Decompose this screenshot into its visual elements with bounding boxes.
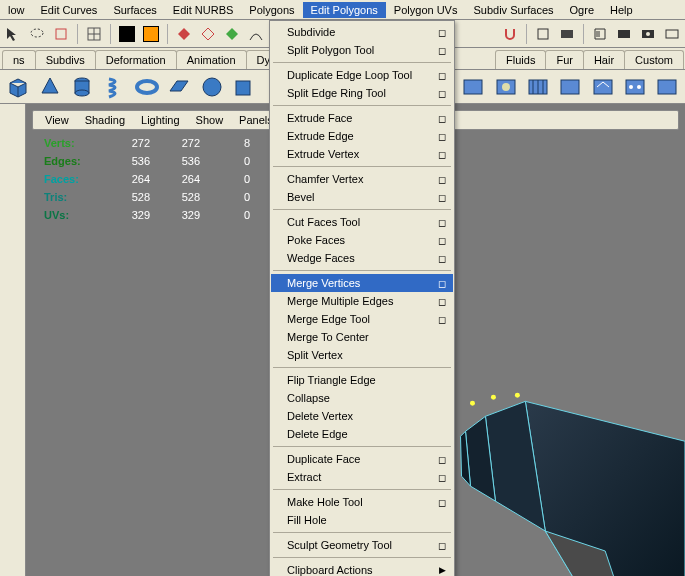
shelf-cylinder-icon[interactable] bbox=[67, 72, 98, 102]
tool-lasso-icon[interactable] bbox=[26, 23, 48, 45]
tab-hair[interactable]: Hair bbox=[583, 50, 625, 69]
shelf-cube2-icon[interactable] bbox=[228, 72, 259, 102]
menu-item-make-hole-tool[interactable]: Make Hole Tool◻ bbox=[271, 493, 453, 511]
menu-item-extrude-edge[interactable]: Extrude Edge◻ bbox=[271, 127, 453, 145]
menu-item-merge-to-center[interactable]: Merge To Center bbox=[271, 328, 453, 346]
tool-curve-icon[interactable] bbox=[245, 23, 267, 45]
option-box-icon[interactable]: ◻ bbox=[435, 113, 449, 124]
shelf-plane-icon[interactable] bbox=[164, 72, 195, 102]
menu-polygon-uvs[interactable]: Polygon UVs bbox=[386, 2, 466, 18]
menu-help[interactable]: Help bbox=[602, 2, 641, 18]
tab-custom[interactable]: Custom bbox=[624, 50, 684, 69]
option-box-icon[interactable]: ◻ bbox=[435, 45, 449, 56]
tool-select-icon[interactable] bbox=[2, 23, 24, 45]
menu-item-extrude-vertex[interactable]: Extrude Vertex◻ bbox=[271, 145, 453, 163]
option-box-icon[interactable]: ◻ bbox=[435, 27, 449, 38]
shelf-cube-icon[interactable] bbox=[2, 72, 33, 102]
tab-subdivs[interactable]: Subdivs bbox=[35, 50, 96, 69]
option-box-icon[interactable]: ◻ bbox=[435, 149, 449, 160]
tool-film2-icon[interactable] bbox=[637, 23, 659, 45]
menu-surfaces[interactable]: Surfaces bbox=[105, 2, 164, 18]
tool-playblast-icon[interactable] bbox=[589, 23, 611, 45]
option-box-icon[interactable]: ◻ bbox=[435, 472, 449, 483]
menu-item-chamfer-vertex[interactable]: Chamfer Vertex◻ bbox=[271, 170, 453, 188]
option-box-icon[interactable]: ◻ bbox=[435, 192, 449, 203]
option-box-icon[interactable]: ◻ bbox=[435, 217, 449, 228]
color-swatch-fg[interactable] bbox=[140, 23, 162, 45]
menu-item-split-polygon-tool[interactable]: Split Polygon Tool◻ bbox=[271, 41, 453, 59]
shelf-torus-icon[interactable] bbox=[131, 72, 162, 102]
shelf-custom4-icon[interactable] bbox=[555, 72, 586, 102]
menu-item-wedge-faces[interactable]: Wedge Faces◻ bbox=[271, 249, 453, 267]
menu-item-collapse[interactable]: Collapse bbox=[271, 389, 453, 407]
tool-ipr-icon[interactable] bbox=[532, 23, 554, 45]
option-box-icon[interactable]: ◻ bbox=[435, 131, 449, 142]
panel-menu-view[interactable]: View bbox=[37, 113, 77, 127]
menu-item-split-vertex[interactable]: Split Vertex bbox=[271, 346, 453, 364]
menu-edit-nurbs[interactable]: Edit NURBS bbox=[165, 2, 242, 18]
option-box-icon[interactable]: ◻ bbox=[435, 497, 449, 508]
option-box-icon[interactable]: ◻ bbox=[435, 174, 449, 185]
tool-magnet-icon[interactable] bbox=[499, 23, 521, 45]
tab-fur[interactable]: Fur bbox=[545, 50, 584, 69]
shelf-custom7-icon[interactable] bbox=[652, 72, 683, 102]
menu-subdiv-surfaces[interactable]: Subdiv Surfaces bbox=[465, 2, 561, 18]
menu-edit-curves[interactable]: Edit Curves bbox=[33, 2, 106, 18]
menu-low[interactable]: low bbox=[0, 2, 33, 18]
menu-item-cut-faces-tool[interactable]: Cut Faces Tool◻ bbox=[271, 213, 453, 231]
shelf-prism-icon[interactable] bbox=[34, 72, 65, 102]
menu-item-extrude-face[interactable]: Extrude Face◻ bbox=[271, 109, 453, 127]
shelf-sphere-icon[interactable] bbox=[196, 72, 227, 102]
tab-animation[interactable]: Animation bbox=[176, 50, 247, 69]
menu-item-extract[interactable]: Extract◻ bbox=[271, 468, 453, 486]
tool-diamond3-icon[interactable] bbox=[221, 23, 243, 45]
tab-fluids[interactable]: Fluids bbox=[495, 50, 546, 69]
menu-item-split-edge-ring-tool[interactable]: Split Edge Ring Tool◻ bbox=[271, 84, 453, 102]
menu-item-merge-vertices[interactable]: Merge Vertices◻ bbox=[271, 274, 453, 292]
shelf-custom3-icon[interactable] bbox=[522, 72, 553, 102]
panel-menu-shading[interactable]: Shading bbox=[77, 113, 133, 127]
shelf-helix-icon[interactable] bbox=[99, 72, 130, 102]
tab-ns[interactable]: ns bbox=[2, 50, 36, 69]
option-box-icon[interactable]: ◻ bbox=[435, 296, 449, 307]
menu-item-sculpt-geometry-tool[interactable]: Sculpt Geometry Tool◻ bbox=[271, 536, 453, 554]
menu-item-clipboard-actions[interactable]: Clipboard Actions▶ bbox=[271, 561, 453, 576]
menu-item-duplicate-edge-loop-tool[interactable]: Duplicate Edge Loop Tool◻ bbox=[271, 66, 453, 84]
tool-paint-icon[interactable] bbox=[50, 23, 72, 45]
menu-polygons[interactable]: Polygons bbox=[241, 2, 302, 18]
menu-item-subdivide[interactable]: Subdivide◻ bbox=[271, 23, 453, 41]
panel-menu-lighting[interactable]: Lighting bbox=[133, 113, 188, 127]
option-box-icon[interactable]: ◻ bbox=[435, 235, 449, 246]
tab-deformation[interactable]: Deformation bbox=[95, 50, 177, 69]
option-box-icon[interactable]: ◻ bbox=[435, 253, 449, 264]
shelf-custom2-icon[interactable] bbox=[490, 72, 521, 102]
option-box-icon[interactable]: ◻ bbox=[435, 70, 449, 81]
menu-item-merge-multiple-edges[interactable]: Merge Multiple Edges◻ bbox=[271, 292, 453, 310]
menu-item-delete-vertex[interactable]: Delete Vertex bbox=[271, 407, 453, 425]
color-swatch-bg[interactable] bbox=[116, 23, 138, 45]
tool-diamond2-icon[interactable] bbox=[197, 23, 219, 45]
menu-item-delete-edge[interactable]: Delete Edge bbox=[271, 425, 453, 443]
menu-item-fill-hole[interactable]: Fill Hole bbox=[271, 511, 453, 529]
tool-diamond1-icon[interactable] bbox=[173, 23, 195, 45]
shelf-custom6-icon[interactable] bbox=[619, 72, 650, 102]
option-box-icon[interactable]: ◻ bbox=[435, 314, 449, 325]
tool-snap-grid-icon[interactable] bbox=[83, 23, 105, 45]
menu-ogre[interactable]: Ogre bbox=[562, 2, 602, 18]
panel-menu-show[interactable]: Show bbox=[188, 113, 232, 127]
option-box-icon[interactable]: ◻ bbox=[435, 278, 449, 289]
option-box-icon[interactable]: ◻ bbox=[435, 454, 449, 465]
menu-item-duplicate-face[interactable]: Duplicate Face◻ bbox=[271, 450, 453, 468]
menu-item-bevel[interactable]: Bevel◻ bbox=[271, 188, 453, 206]
shelf-custom1-icon[interactable] bbox=[458, 72, 489, 102]
tool-film3-icon[interactable] bbox=[661, 23, 683, 45]
menu-item-flip-triangle-edge[interactable]: Flip Triangle Edge bbox=[271, 371, 453, 389]
option-box-icon[interactable]: ◻ bbox=[435, 540, 449, 551]
menu-edit-polygons[interactable]: Edit Polygons bbox=[303, 2, 386, 18]
menu-item-merge-edge-tool[interactable]: Merge Edge Tool◻ bbox=[271, 310, 453, 328]
tool-film1-icon[interactable] bbox=[613, 23, 635, 45]
menu-item-poke-faces[interactable]: Poke Faces◻ bbox=[271, 231, 453, 249]
shelf-custom5-icon[interactable] bbox=[587, 72, 618, 102]
option-box-icon[interactable]: ◻ bbox=[435, 88, 449, 99]
tool-render-icon[interactable] bbox=[556, 23, 578, 45]
